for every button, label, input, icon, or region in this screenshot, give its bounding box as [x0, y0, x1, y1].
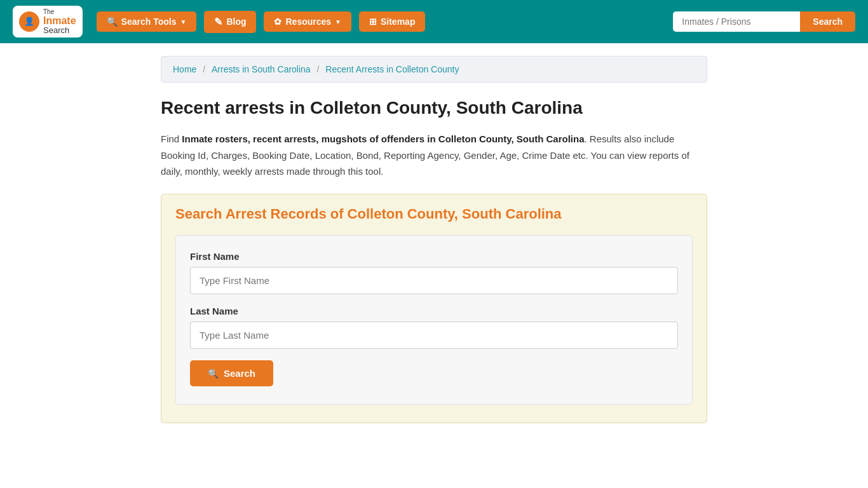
- form-area: First Name Last Name Search: [175, 235, 693, 405]
- breadcrumb-arrests-sc[interactable]: Arrests in South Carolina: [212, 64, 311, 74]
- sitemap-button[interactable]: Sitemap: [359, 11, 425, 32]
- breadcrumb: Home / Arrests in South Carolina / Recen…: [161, 56, 707, 83]
- page-description: Find Inmate rosters, recent arrests, mug…: [161, 131, 707, 180]
- first-name-group: First Name: [190, 251, 678, 294]
- nav-search-input[interactable]: [673, 11, 800, 32]
- logo-text: The Inmate Search: [43, 8, 76, 36]
- description-bold: Inmate rosters, recent arrests, mugshots…: [182, 133, 584, 144]
- search-section-title: Search Arrest Records of Colleton County…: [175, 206, 693, 222]
- resources-chevron-icon: ▼: [335, 18, 341, 25]
- blog-label: Blog: [226, 17, 246, 27]
- breadcrumb-home[interactable]: Home: [173, 64, 196, 74]
- nav-search-button[interactable]: Search: [800, 11, 855, 32]
- last-name-input[interactable]: [190, 322, 678, 349]
- resources-button[interactable]: Resources ▼: [264, 11, 351, 32]
- first-name-label: First Name: [190, 251, 678, 262]
- search-tools-label: Search Tools: [121, 17, 177, 27]
- first-name-input[interactable]: [190, 267, 678, 294]
- sitemap-icon: [369, 17, 377, 27]
- navbar: 👤 The Inmate Search Search Tools ▼ Blog …: [0, 0, 868, 43]
- sitemap-label: Sitemap: [381, 17, 415, 27]
- breadcrumb-sep2: /: [317, 64, 322, 74]
- chevron-down-icon: ▼: [180, 18, 186, 25]
- blog-button[interactable]: Blog: [204, 11, 256, 33]
- search-submit-button[interactable]: Search: [190, 360, 273, 386]
- search-tools-icon: [107, 17, 118, 27]
- search-tools-button[interactable]: Search Tools ▼: [97, 11, 197, 32]
- logo-search: Search: [43, 26, 76, 35]
- description-plain: Find: [161, 133, 182, 144]
- breadcrumb-current[interactable]: Recent Arrests in Colleton County: [325, 64, 459, 74]
- last-name-group: Last Name: [190, 306, 678, 349]
- search-section: Search Arrest Records of Colleton County…: [161, 194, 707, 423]
- page-title: Recent arrests in Colleton County, South…: [161, 98, 707, 118]
- logo-inmate: Inmate: [43, 15, 76, 27]
- resources-label: Resources: [285, 17, 331, 27]
- search-submit-label: Search: [224, 368, 255, 379]
- last-name-label: Last Name: [190, 306, 678, 316]
- logo-the: The: [43, 8, 76, 15]
- logo-icon: 👤: [19, 11, 39, 32]
- search-submit-icon: [208, 368, 219, 379]
- resources-icon: [274, 17, 281, 27]
- nav-search-button-label: Search: [813, 17, 843, 27]
- breadcrumb-sep1: /: [203, 64, 208, 74]
- main-content: Home / Arrests in South Carolina / Recen…: [148, 43, 720, 442]
- nav-search-area: Search: [673, 11, 855, 32]
- blog-icon: [214, 16, 222, 28]
- logo-box: 👤 The Inmate Search: [13, 6, 83, 38]
- logo-area[interactable]: 👤 The Inmate Search: [13, 6, 83, 38]
